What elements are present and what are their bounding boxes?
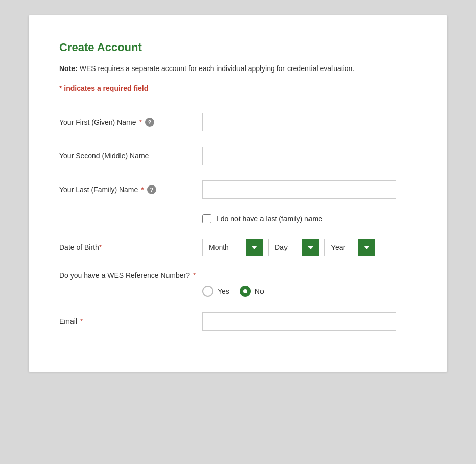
required-notice: * indicates a required field [59, 84, 417, 92]
year-select[interactable]: Year [324, 239, 375, 256]
radio-no-button[interactable] [240, 286, 251, 297]
no-last-name-row: I do not have a last (family) name [202, 214, 417, 223]
email-row: Email* [59, 312, 417, 331]
dob-selects: Month January February March April May J… [202, 239, 375, 256]
email-label: Email* [59, 317, 202, 326]
create-account-card: Create Account Note: WES requires a sepa… [29, 15, 447, 372]
middle-name-row: Your Second (Middle) Name [59, 147, 417, 165]
first-name-row: Your First (Given) Name* ? [59, 113, 417, 131]
required-notice-text: indicates a required field [62, 84, 148, 92]
wes-reference-label: Do you have a WES Reference Number?* [59, 271, 202, 280]
note-paragraph: Note: WES requires a separate account fo… [59, 63, 417, 74]
email-input[interactable] [202, 312, 396, 331]
radio-options: Yes No [202, 286, 417, 297]
dob-row: Date of Birth* Month January February Ma… [59, 239, 417, 256]
first-name-label: Your First (Given) Name* ? [59, 118, 202, 127]
first-name-input[interactable] [202, 113, 396, 131]
day-select-wrapper: Day 123 456 789 101112 131415 161718 192… [268, 239, 319, 256]
day-select[interactable]: Day 123 456 789 101112 131415 161718 192… [268, 239, 319, 256]
no-last-name-label[interactable]: I do not have a last (family) name [217, 215, 322, 223]
wes-reference-section: Do you have a WES Reference Number?* Yes… [59, 271, 417, 297]
note-label: Note: [59, 64, 78, 73]
note-content: WES requires a separate account for each… [80, 64, 355, 73]
no-last-name-checkbox[interactable] [202, 214, 211, 223]
middle-name-input[interactable] [202, 147, 396, 165]
radio-yes-label: Yes [218, 287, 229, 295]
last-name-row: Your Last (Family) Name* ? [59, 180, 417, 199]
middle-name-label: Your Second (Middle) Name [59, 152, 202, 160]
page-title: Create Account [59, 41, 417, 54]
month-select[interactable]: Month January February March April May J… [202, 239, 263, 256]
last-name-input[interactable] [202, 180, 396, 199]
radio-no-label: No [255, 287, 264, 295]
radio-no-option[interactable]: No [240, 286, 264, 297]
last-name-help-icon[interactable]: ? [147, 185, 156, 194]
month-select-wrapper: Month January February March April May J… [202, 239, 263, 256]
wes-reference-row: Do you have a WES Reference Number?* [59, 271, 417, 280]
year-select-wrapper: Year [324, 239, 375, 256]
last-name-label: Your Last (Family) Name* ? [59, 185, 202, 194]
radio-yes-option[interactable]: Yes [202, 286, 229, 297]
dob-label: Date of Birth* [59, 243, 202, 251]
radio-yes-button[interactable] [202, 286, 213, 297]
first-name-help-icon[interactable]: ? [145, 118, 154, 127]
